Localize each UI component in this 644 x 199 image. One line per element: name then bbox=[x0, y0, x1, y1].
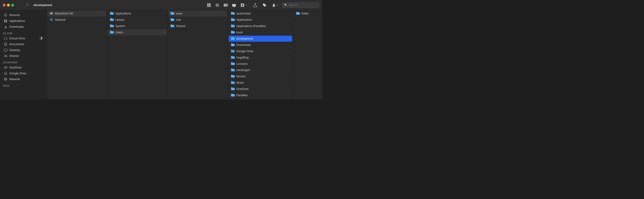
chevron-icon: › bbox=[103, 19, 104, 21]
sidebar-item-recents[interactable]: Recents bbox=[1, 12, 45, 18]
shared-col-label: Shared bbox=[176, 25, 185, 28]
icon-view-button[interactable] bbox=[205, 2, 213, 8]
column-item-downloads2[interactable]: Downloads › bbox=[229, 42, 292, 48]
column-item-evan[interactable]: evan › bbox=[168, 11, 227, 17]
chevron-icon: › bbox=[289, 56, 290, 59]
folder-icon-onedrive2 bbox=[231, 87, 235, 91]
back-button[interactable] bbox=[18, 2, 24, 8]
icloud-drive-label: iCloud Drive bbox=[9, 37, 25, 40]
sidebar-item-applications[interactable]: Applications bbox=[1, 18, 45, 24]
column-item-parallels[interactable]: Parallels › bbox=[229, 92, 292, 98]
window-title: development bbox=[34, 3, 52, 7]
svg-rect-20 bbox=[6, 20, 7, 21]
column-item-users[interactable]: Users › bbox=[108, 29, 166, 35]
column-item-onedrive2[interactable]: OneDrive › bbox=[229, 86, 292, 92]
traffic-lights bbox=[3, 4, 14, 7]
gallery-view-button[interactable] bbox=[230, 2, 238, 8]
column-item-macintosh-hd[interactable]: Macintosh HD › bbox=[47, 11, 106, 17]
nav-buttons bbox=[18, 2, 30, 8]
forward-button[interactable] bbox=[25, 2, 30, 8]
sidebar-item-network[interactable]: Network bbox=[1, 76, 45, 82]
list-view-button[interactable] bbox=[214, 2, 221, 8]
chevron-icon: › bbox=[289, 75, 290, 78]
svg-rect-21 bbox=[4, 21, 5, 22]
icloud-section-label: iCloud bbox=[0, 30, 46, 35]
svg-rect-22 bbox=[6, 21, 7, 22]
column-item-network[interactable]: Network › bbox=[47, 17, 106, 23]
svg-rect-11 bbox=[233, 7, 235, 7]
column-macintosh-hd: Applications › Library › System › bbox=[107, 10, 168, 100]
folder-icon-evan bbox=[170, 12, 174, 15]
close-button[interactable] bbox=[3, 4, 6, 7]
column-item-flutter[interactable]: flutter › bbox=[294, 11, 322, 17]
folder-icon-google-drive2 bbox=[231, 49, 235, 53]
movies-label: Movies bbox=[236, 75, 246, 78]
share-button[interactable] bbox=[252, 2, 259, 8]
network-icon bbox=[4, 77, 8, 81]
hugoblog-label: hugoBlog bbox=[236, 56, 249, 59]
column-view-button[interactable] bbox=[222, 2, 230, 8]
sidebar-item-downloads[interactable]: Downloads bbox=[1, 24, 45, 30]
chevron-icon: › bbox=[289, 37, 290, 40]
search-input[interactable] bbox=[289, 4, 317, 7]
library-col-label: Library bbox=[116, 18, 124, 22]
column-item-library[interactable]: Library › bbox=[108, 17, 166, 23]
column-item-system[interactable]: System › bbox=[108, 23, 166, 29]
sidebar-item-icloud-drive[interactable]: iCloud Drive bbox=[1, 36, 45, 41]
svg-rect-7 bbox=[224, 4, 225, 7]
chevron-icon: › bbox=[224, 12, 225, 15]
chevron-icon: › bbox=[224, 19, 225, 21]
chevron-icon: › bbox=[163, 25, 164, 28]
chevron-icon: › bbox=[289, 62, 290, 65]
column-item-anaconda3[interactable]: anaconda3 › bbox=[229, 11, 292, 17]
anaconda3-label: anaconda3 bbox=[236, 12, 251, 15]
column-item-applications-parallels[interactable]: Applications (Parallels) › bbox=[229, 23, 292, 29]
column-item-music[interactable]: Music › bbox=[229, 80, 292, 86]
chevron-icon: › bbox=[103, 12, 104, 15]
sidebar-item-documents[interactable]: Documents bbox=[1, 42, 45, 47]
sidebar-item-google-drive[interactable]: Google Drive bbox=[1, 71, 45, 76]
network-col-label: Network bbox=[55, 18, 66, 22]
chevron-icon: › bbox=[289, 50, 290, 53]
column-item-root[interactable]: root › bbox=[168, 17, 227, 23]
book-label: book bbox=[236, 31, 243, 34]
svg-rect-8 bbox=[225, 4, 226, 7]
development-label: development bbox=[236, 37, 253, 40]
column-item-google-drive2[interactable]: Google Drive › bbox=[229, 48, 292, 54]
search-bar[interactable]: 🔍 bbox=[282, 3, 319, 8]
sidebar-item-shared[interactable]: Shared bbox=[1, 53, 45, 59]
titlebar: development ▼ ▼ 🔍 bbox=[0, 0, 322, 10]
sidebar-item-onedrive[interactable]: OneDrive bbox=[1, 65, 45, 70]
chevron-icon: › bbox=[289, 31, 290, 34]
google-drive-label: Google Drive bbox=[9, 72, 26, 75]
more-view-button[interactable]: ▼ bbox=[239, 2, 249, 8]
column-item-applications[interactable]: Applications › bbox=[108, 11, 166, 17]
column-evan: anaconda3 › Applications › Applications … bbox=[228, 10, 293, 100]
column-item-book[interactable]: book › bbox=[229, 29, 292, 35]
column-item-miniforge3[interactable]: miniforge3 › bbox=[229, 67, 292, 73]
column-item-shared-users[interactable]: Shared › bbox=[168, 23, 227, 29]
minimize-button[interactable] bbox=[7, 4, 10, 7]
folder-icon-applications2 bbox=[231, 18, 235, 22]
column-item-applications2[interactable]: Applications › bbox=[229, 17, 292, 23]
column-item-lectures[interactable]: Lectures › bbox=[229, 61, 292, 67]
shared-icon bbox=[4, 54, 8, 58]
sidebar-item-desktop[interactable]: Desktop bbox=[1, 47, 45, 53]
svg-rect-15 bbox=[243, 5, 244, 7]
fullscreen-button[interactable] bbox=[11, 4, 14, 7]
column-item-development[interactable]: development › bbox=[229, 36, 292, 42]
column-item-pictures[interactable]: Pictures › bbox=[229, 99, 292, 100]
tag-button[interactable] bbox=[261, 2, 268, 8]
folder-icon-system bbox=[110, 24, 114, 28]
downloads-icon bbox=[4, 25, 8, 29]
toolbar-view-buttons: ▼ bbox=[205, 2, 249, 8]
desktop-icon bbox=[4, 48, 8, 52]
columns-area: Macintosh HD › Network › Applications › bbox=[46, 10, 322, 100]
svg-point-16 bbox=[264, 4, 264, 5]
column-item-hugoblog[interactable]: hugoBlog › bbox=[229, 55, 292, 61]
account-button[interactable]: ▼ bbox=[270, 2, 280, 8]
folder-icon-downloads2 bbox=[231, 43, 235, 47]
chevron-icon: › bbox=[163, 31, 164, 34]
onedrive2-label: OneDrive bbox=[236, 87, 249, 91]
column-item-movies[interactable]: Movies › bbox=[229, 73, 292, 79]
